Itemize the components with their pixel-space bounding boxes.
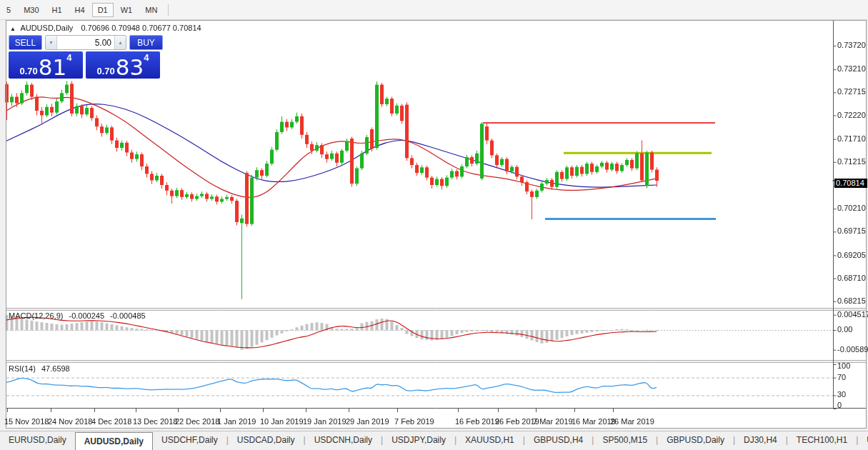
buy-price-prefix: 0.70: [97, 66, 115, 76]
toolbar-separator: [168, 4, 169, 16]
chart-tab-ui[interactable]: UI: [858, 431, 868, 450]
chart-tab-xauusd-h1[interactable]: XAUUSD,H1: [457, 431, 523, 450]
macd-main-value: -0.000245: [69, 311, 104, 320]
chart-tab-usdjpy-daily[interactable]: USDJPY,Daily: [383, 431, 454, 450]
macd-name: MACD(12,26,9): [9, 311, 63, 320]
volume-up-icon[interactable]: ▴: [114, 36, 126, 49]
timeframe-button-m30[interactable]: M30: [18, 3, 44, 17]
macd-signal-value: -0.000485: [110, 311, 146, 320]
timeframe-button-mn[interactable]: MN: [139, 3, 163, 17]
buy-button[interactable]: BUY: [129, 35, 163, 50]
window-collapse-icon: ▲: [10, 26, 16, 32]
timeframe-button-h4[interactable]: H4: [69, 3, 91, 17]
macd-label: MACD(12,26,9) -0.000245 -0.000485: [9, 311, 146, 320]
volume-input[interactable]: [57, 36, 114, 49]
current-price-badge: 0.70814: [834, 179, 867, 188]
timeframe-button-d1[interactable]: D1: [92, 3, 114, 17]
chart-tab-bar: EURUSD,DailyAUDUSD,DailyUSDCHF,Daily|USD…: [0, 431, 868, 450]
chart-tab-gbpusd-h4[interactable]: GBPUSD,H4: [525, 431, 592, 450]
volume-down-icon[interactable]: ▾: [46, 36, 57, 49]
sell-price-tile[interactable]: 0.70 81 4: [9, 51, 83, 79]
chart-tab-usdcad-daily[interactable]: USDCAD,Daily: [229, 431, 304, 450]
timeframe-button-5[interactable]: 5: [1, 3, 16, 17]
rsi-value: 47.6598: [41, 364, 70, 373]
chart-symbol-label: AUDUSD,Daily: [20, 24, 73, 32]
timeframe-button-w1[interactable]: W1: [115, 3, 139, 17]
volume-field: ▾ ▴: [45, 35, 126, 50]
chart-tab-usdchf-daily[interactable]: USDCHF,Daily: [153, 431, 226, 450]
buy-price-tile[interactable]: 0.70 83 4: [86, 51, 160, 79]
chart-tab-usdcnh-daily[interactable]: USDCNH,Daily: [306, 431, 381, 450]
chart-tab-tech100-h1[interactable]: TECH100,H1: [788, 431, 856, 450]
timeframe-button-h1[interactable]: H1: [46, 3, 68, 17]
rsi-name: RSI(14): [9, 364, 36, 373]
chart-tab-gbpusd-daily[interactable]: GBPUSD,Daily: [658, 431, 733, 450]
one-click-trading-panel: SELL ▾ ▴ BUY 0.70 81 4 0.70 83 4: [9, 35, 163, 79]
chart-tab-eurusd-daily[interactable]: EURUSD,Daily: [0, 431, 75, 450]
sell-price-digits: 81: [39, 58, 66, 76]
sell-price-pip: 4: [66, 52, 71, 63]
timeframe-toolbar: 5M30H1H4D1W1MN: [0, 0, 868, 20]
chart-tab-dj30-h4[interactable]: DJ30,H4: [735, 431, 786, 450]
chart-ohlc-values: 0.70696 0.70948 0.70677 0.70814: [81, 24, 201, 32]
sell-button[interactable]: SELL: [9, 35, 42, 50]
chart-title: ▲ AUDUSD,Daily 0.70696 0.70948 0.70677 0…: [10, 24, 201, 32]
sell-price-prefix: 0.70: [20, 66, 38, 76]
chart-tab-sp500-m15[interactable]: SP500,M15: [594, 431, 656, 450]
chart-tab-audusd-daily[interactable]: AUDUSD,Daily: [75, 432, 153, 450]
rsi-label: RSI(14) 47.6598: [9, 364, 70, 373]
buy-price-pip: 4: [144, 52, 149, 63]
buy-price-digits: 83: [116, 58, 144, 76]
